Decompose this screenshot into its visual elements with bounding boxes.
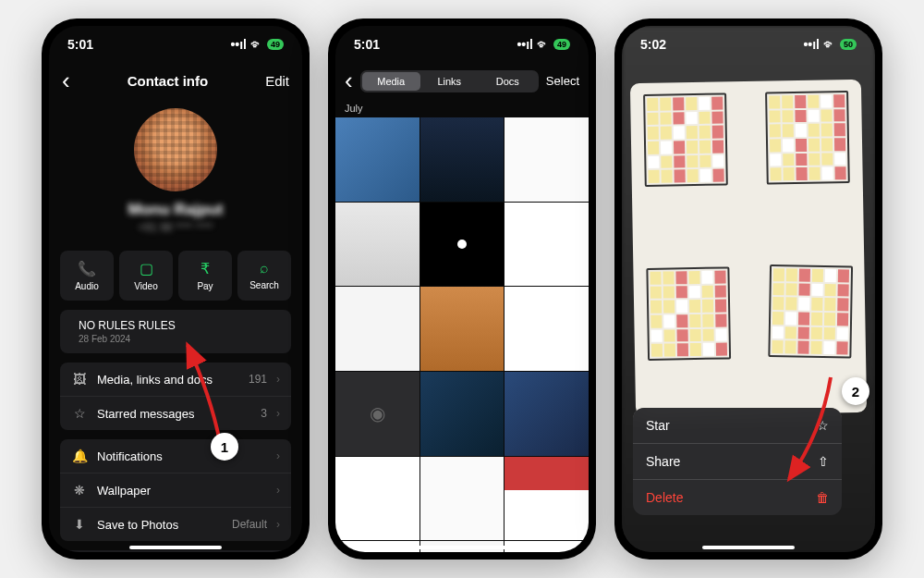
tab-docs[interactable]: Docs [479,72,537,91]
annotation-badge-1: 1 [211,433,238,461]
segment-control: Media Links Docs [360,70,539,92]
privacy-section: ⏱ Disappearing messages Off › 🔒 Lock cha… [60,550,291,552]
wifi-icon: ᯤ [537,37,550,52]
media-thumbnail[interactable] [335,203,419,287]
notifications-row[interactable]: 🔔 Notifications › [60,439,291,473]
trash-icon: 🗑 [816,490,829,505]
delete-menu-item[interactable]: Delete 🗑 [633,479,842,515]
select-button[interactable]: Select [546,74,579,88]
status-bar: 5:01 ••ıl ᯤ 49 [49,26,302,63]
media-thumbnail[interactable] [505,287,589,371]
image-icon: 🖼 [71,372,88,387]
sketch-grid [765,91,850,185]
pinned-title: NO RULES RULES [79,319,273,332]
edit-button[interactable]: Edit [265,73,289,89]
status-time: 5:01 [67,37,93,52]
wifi-icon: ᯤ [823,37,836,52]
share-icon: ⇧ [818,454,829,469]
media-links-docs-row[interactable]: 🖼 Media, links and docs 191 › [60,363,291,396]
flower-icon: ❋ [71,483,88,498]
search-button[interactable]: ⌕Search [237,251,291,301]
back-icon[interactable] [345,67,353,95]
pay-button[interactable]: ₹Pay [178,251,232,301]
media-thumbnail[interactable] [505,541,589,552]
home-indicator[interactable] [416,546,508,549]
media-thumbnail[interactable] [420,203,505,287]
chevron-right-icon: › [276,449,280,462]
page-title: Contact info [128,73,209,89]
chevron-right-icon: › [276,373,280,386]
media-thumbnail[interactable] [420,457,505,541]
phone-1: 5:01 ••ıl ᯤ 49 Contact info Edit Monu Ra… [42,18,310,560]
annotation-badge-2: 2 [842,377,869,405]
starred-messages-row[interactable]: ☆ Starred messages 3 › [60,396,291,430]
action-row: 📞Audio ▢Video ₹Pay ⌕Search [49,241,302,310]
wallpaper-row[interactable]: ❋ Wallpaper › [60,473,291,507]
bell-icon: 🔔 [71,449,88,463]
star-icon: ☆ [817,418,829,433]
video-icon: ▢ [140,260,153,277]
battery-icon: 49 [267,39,284,50]
tab-links[interactable]: Links [420,72,479,91]
contact-phone: +91 98 **** **** [138,221,213,234]
status-time: 5:01 [354,37,380,52]
tab-media[interactable]: Media [362,72,420,91]
battery-icon: 49 [553,39,570,50]
image-preview[interactable] [630,80,867,416]
back-icon[interactable] [62,67,70,95]
status-time: 5:02 [640,37,666,52]
segment-bar: Media Links Docs Select [335,63,589,99]
pinned-section[interactable]: NO RULES RULES 28 Feb 2024 [60,310,291,353]
chevron-right-icon: › [276,407,280,420]
media-thumbnail[interactable] [505,117,589,202]
save-photos-row[interactable]: ⬇ Save to Photos Default › [60,507,291,541]
battery-icon: 50 [840,39,857,50]
audio-button[interactable]: 📞Audio [60,251,114,301]
media-thumbnail[interactable] [335,287,419,371]
disappearing-row[interactable]: ⏱ Disappearing messages Off › [60,550,291,552]
signal-icon: ••ıl [517,37,533,52]
chevron-right-icon: › [276,518,280,531]
phone-2: 5:01 ••ılᯤ49 Media Links Docs Select Jul… [328,18,596,560]
media-thumbnail[interactable] [505,372,589,456]
media-thumbnail[interactable] [335,457,419,541]
media-thumbnail[interactable] [335,372,419,456]
signal-icon: ••ıl [230,37,247,52]
video-button[interactable]: ▢Video [119,251,173,301]
status-bar: 5:01 ••ılᯤ49 [335,26,589,63]
phone-3: 5:02 ••ılᯤ50 Star ☆ Share ⇧ Delete 🗑 2 [614,18,882,560]
share-menu-item[interactable]: Share ⇧ [633,443,842,479]
media-grid[interactable] [335,117,589,552]
rupee-icon: ₹ [201,260,210,277]
home-indicator[interactable] [129,546,222,549]
sketch-grid [643,92,728,187]
settings-section: 🔔 Notifications › ❋ Wallpaper › ⬇ Save t… [60,439,291,541]
month-header: July [335,99,589,117]
context-menu: Star ☆ Share ⇧ Delete 🗑 [633,408,842,515]
chevron-right-icon: › [276,484,280,497]
sketch-grid [646,266,731,361]
search-icon: ⌕ [260,260,269,277]
media-thumbnail[interactable] [420,287,505,371]
status-bar: 5:02 ••ılᯤ50 [622,26,875,63]
star-icon: ☆ [71,406,88,421]
nav-bar: Contact info Edit [49,63,302,99]
media-thumbnail[interactable] [335,117,419,202]
media-thumbnail[interactable] [420,372,505,456]
signal-icon: ••ıl [803,37,820,52]
phone-icon: 📞 [78,260,96,277]
contact-header: Monu Rajput +91 98 **** **** [49,99,302,241]
pinned-date: 28 Feb 2024 [79,334,273,344]
media-thumbnail[interactable] [505,203,589,287]
wifi-icon: ᯤ [250,37,263,52]
sketch-grid [768,264,853,359]
contact-name: Monu Rajput [128,201,224,219]
download-icon: ⬇ [71,517,88,532]
media-thumbnail[interactable] [335,541,419,552]
avatar[interactable] [134,108,217,191]
media-thumbnail[interactable] [505,457,589,541]
media-section: 🖼 Media, links and docs 191 › ☆ Starred … [60,363,291,430]
home-indicator[interactable] [702,546,795,549]
star-menu-item[interactable]: Star ☆ [633,408,842,443]
media-thumbnail[interactable] [420,117,505,202]
